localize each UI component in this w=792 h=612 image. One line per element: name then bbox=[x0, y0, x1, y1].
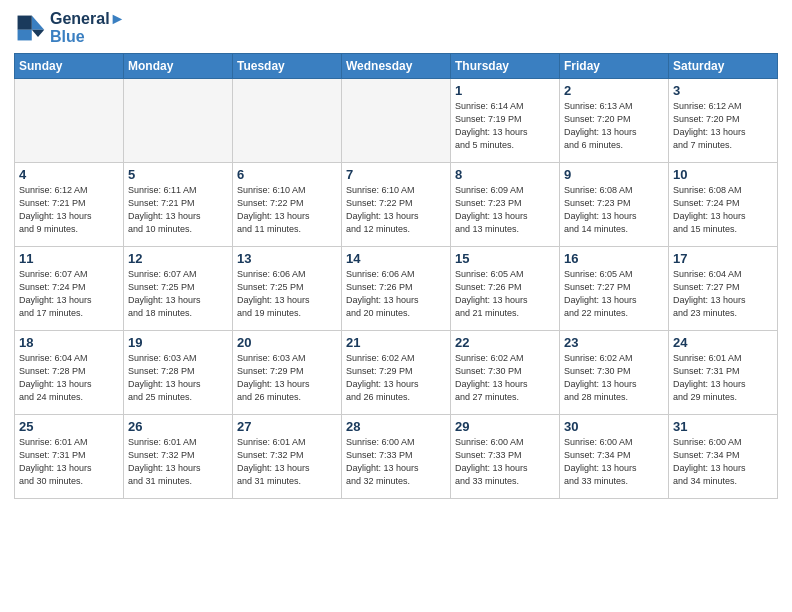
weekday-saturday: Saturday bbox=[669, 54, 778, 79]
day-cell: 22Sunrise: 6:02 AMSunset: 7:30 PMDayligh… bbox=[451, 331, 560, 415]
day-info: Sunrise: 6:14 AMSunset: 7:19 PMDaylight:… bbox=[455, 100, 555, 152]
day-info: Sunrise: 6:05 AMSunset: 7:27 PMDaylight:… bbox=[564, 268, 664, 320]
day-info: Sunrise: 6:02 AMSunset: 7:29 PMDaylight:… bbox=[346, 352, 446, 404]
day-info: Sunrise: 6:07 AMSunset: 7:24 PMDaylight:… bbox=[19, 268, 119, 320]
day-info: Sunrise: 6:01 AMSunset: 7:32 PMDaylight:… bbox=[237, 436, 337, 488]
day-number: 7 bbox=[346, 167, 446, 182]
page-container: General► Blue SundayMondayTuesdayWednesd… bbox=[0, 0, 792, 507]
day-cell: 25Sunrise: 6:01 AMSunset: 7:31 PMDayligh… bbox=[15, 415, 124, 499]
day-number: 12 bbox=[128, 251, 228, 266]
day-cell: 13Sunrise: 6:06 AMSunset: 7:25 PMDayligh… bbox=[233, 247, 342, 331]
day-number: 13 bbox=[237, 251, 337, 266]
day-info: Sunrise: 6:03 AMSunset: 7:29 PMDaylight:… bbox=[237, 352, 337, 404]
day-number: 23 bbox=[564, 335, 664, 350]
weekday-wednesday: Wednesday bbox=[342, 54, 451, 79]
weekday-sunday: Sunday bbox=[15, 54, 124, 79]
day-info: Sunrise: 6:00 AMSunset: 7:33 PMDaylight:… bbox=[346, 436, 446, 488]
day-info: Sunrise: 6:00 AMSunset: 7:34 PMDaylight:… bbox=[673, 436, 773, 488]
day-number: 6 bbox=[237, 167, 337, 182]
day-info: Sunrise: 6:12 AMSunset: 7:20 PMDaylight:… bbox=[673, 100, 773, 152]
day-info: Sunrise: 6:06 AMSunset: 7:25 PMDaylight:… bbox=[237, 268, 337, 320]
day-info: Sunrise: 6:12 AMSunset: 7:21 PMDaylight:… bbox=[19, 184, 119, 236]
day-number: 5 bbox=[128, 167, 228, 182]
day-number: 15 bbox=[455, 251, 555, 266]
day-info: Sunrise: 6:00 AMSunset: 7:33 PMDaylight:… bbox=[455, 436, 555, 488]
day-cell: 28Sunrise: 6:00 AMSunset: 7:33 PMDayligh… bbox=[342, 415, 451, 499]
day-number: 29 bbox=[455, 419, 555, 434]
day-number: 30 bbox=[564, 419, 664, 434]
day-cell bbox=[124, 79, 233, 163]
day-number: 11 bbox=[19, 251, 119, 266]
day-cell: 29Sunrise: 6:00 AMSunset: 7:33 PMDayligh… bbox=[451, 415, 560, 499]
day-cell bbox=[342, 79, 451, 163]
day-cell: 27Sunrise: 6:01 AMSunset: 7:32 PMDayligh… bbox=[233, 415, 342, 499]
day-cell: 12Sunrise: 6:07 AMSunset: 7:25 PMDayligh… bbox=[124, 247, 233, 331]
day-cell: 31Sunrise: 6:00 AMSunset: 7:34 PMDayligh… bbox=[669, 415, 778, 499]
day-number: 16 bbox=[564, 251, 664, 266]
day-number: 20 bbox=[237, 335, 337, 350]
day-cell: 14Sunrise: 6:06 AMSunset: 7:26 PMDayligh… bbox=[342, 247, 451, 331]
day-info: Sunrise: 6:06 AMSunset: 7:26 PMDaylight:… bbox=[346, 268, 446, 320]
week-row-2: 4Sunrise: 6:12 AMSunset: 7:21 PMDaylight… bbox=[15, 163, 778, 247]
day-number: 28 bbox=[346, 419, 446, 434]
logo-icon bbox=[14, 12, 46, 44]
day-info: Sunrise: 6:13 AMSunset: 7:20 PMDaylight:… bbox=[564, 100, 664, 152]
day-number: 26 bbox=[128, 419, 228, 434]
day-cell: 30Sunrise: 6:00 AMSunset: 7:34 PMDayligh… bbox=[560, 415, 669, 499]
day-cell: 9Sunrise: 6:08 AMSunset: 7:23 PMDaylight… bbox=[560, 163, 669, 247]
day-info: Sunrise: 6:08 AMSunset: 7:24 PMDaylight:… bbox=[673, 184, 773, 236]
day-info: Sunrise: 6:04 AMSunset: 7:27 PMDaylight:… bbox=[673, 268, 773, 320]
day-number: 14 bbox=[346, 251, 446, 266]
day-info: Sunrise: 6:03 AMSunset: 7:28 PMDaylight:… bbox=[128, 352, 228, 404]
day-cell: 26Sunrise: 6:01 AMSunset: 7:32 PMDayligh… bbox=[124, 415, 233, 499]
weekday-monday: Monday bbox=[124, 54, 233, 79]
week-row-4: 18Sunrise: 6:04 AMSunset: 7:28 PMDayligh… bbox=[15, 331, 778, 415]
day-cell: 11Sunrise: 6:07 AMSunset: 7:24 PMDayligh… bbox=[15, 247, 124, 331]
day-info: Sunrise: 6:01 AMSunset: 7:31 PMDaylight:… bbox=[19, 436, 119, 488]
day-number: 1 bbox=[455, 83, 555, 98]
svg-marker-0 bbox=[32, 15, 44, 29]
day-info: Sunrise: 6:01 AMSunset: 7:32 PMDaylight:… bbox=[128, 436, 228, 488]
day-cell: 7Sunrise: 6:10 AMSunset: 7:22 PMDaylight… bbox=[342, 163, 451, 247]
weekday-tuesday: Tuesday bbox=[233, 54, 342, 79]
weekday-header-row: SundayMondayTuesdayWednesdayThursdayFrid… bbox=[15, 54, 778, 79]
day-number: 21 bbox=[346, 335, 446, 350]
day-number: 3 bbox=[673, 83, 773, 98]
day-number: 31 bbox=[673, 419, 773, 434]
day-info: Sunrise: 6:11 AMSunset: 7:21 PMDaylight:… bbox=[128, 184, 228, 236]
day-info: Sunrise: 6:10 AMSunset: 7:22 PMDaylight:… bbox=[237, 184, 337, 236]
calendar-table: SundayMondayTuesdayWednesdayThursdayFrid… bbox=[14, 53, 778, 499]
day-cell: 2Sunrise: 6:13 AMSunset: 7:20 PMDaylight… bbox=[560, 79, 669, 163]
day-info: Sunrise: 6:08 AMSunset: 7:23 PMDaylight:… bbox=[564, 184, 664, 236]
week-row-1: 1Sunrise: 6:14 AMSunset: 7:19 PMDaylight… bbox=[15, 79, 778, 163]
day-number: 2 bbox=[564, 83, 664, 98]
day-info: Sunrise: 6:09 AMSunset: 7:23 PMDaylight:… bbox=[455, 184, 555, 236]
day-cell: 17Sunrise: 6:04 AMSunset: 7:27 PMDayligh… bbox=[669, 247, 778, 331]
day-number: 19 bbox=[128, 335, 228, 350]
day-info: Sunrise: 6:05 AMSunset: 7:26 PMDaylight:… bbox=[455, 268, 555, 320]
day-cell: 1Sunrise: 6:14 AMSunset: 7:19 PMDaylight… bbox=[451, 79, 560, 163]
day-cell: 8Sunrise: 6:09 AMSunset: 7:23 PMDaylight… bbox=[451, 163, 560, 247]
day-number: 4 bbox=[19, 167, 119, 182]
day-number: 27 bbox=[237, 419, 337, 434]
day-info: Sunrise: 6:02 AMSunset: 7:30 PMDaylight:… bbox=[455, 352, 555, 404]
day-cell: 18Sunrise: 6:04 AMSunset: 7:28 PMDayligh… bbox=[15, 331, 124, 415]
day-info: Sunrise: 6:10 AMSunset: 7:22 PMDaylight:… bbox=[346, 184, 446, 236]
weekday-thursday: Thursday bbox=[451, 54, 560, 79]
day-info: Sunrise: 6:00 AMSunset: 7:34 PMDaylight:… bbox=[564, 436, 664, 488]
day-cell: 6Sunrise: 6:10 AMSunset: 7:22 PMDaylight… bbox=[233, 163, 342, 247]
day-cell: 19Sunrise: 6:03 AMSunset: 7:28 PMDayligh… bbox=[124, 331, 233, 415]
day-cell: 15Sunrise: 6:05 AMSunset: 7:26 PMDayligh… bbox=[451, 247, 560, 331]
svg-rect-2 bbox=[18, 15, 32, 29]
week-row-5: 25Sunrise: 6:01 AMSunset: 7:31 PMDayligh… bbox=[15, 415, 778, 499]
day-cell: 21Sunrise: 6:02 AMSunset: 7:29 PMDayligh… bbox=[342, 331, 451, 415]
day-cell: 23Sunrise: 6:02 AMSunset: 7:30 PMDayligh… bbox=[560, 331, 669, 415]
weekday-friday: Friday bbox=[560, 54, 669, 79]
day-info: Sunrise: 6:02 AMSunset: 7:30 PMDaylight:… bbox=[564, 352, 664, 404]
day-number: 25 bbox=[19, 419, 119, 434]
day-number: 10 bbox=[673, 167, 773, 182]
day-cell: 10Sunrise: 6:08 AMSunset: 7:24 PMDayligh… bbox=[669, 163, 778, 247]
day-cell: 24Sunrise: 6:01 AMSunset: 7:31 PMDayligh… bbox=[669, 331, 778, 415]
day-cell bbox=[233, 79, 342, 163]
day-number: 24 bbox=[673, 335, 773, 350]
